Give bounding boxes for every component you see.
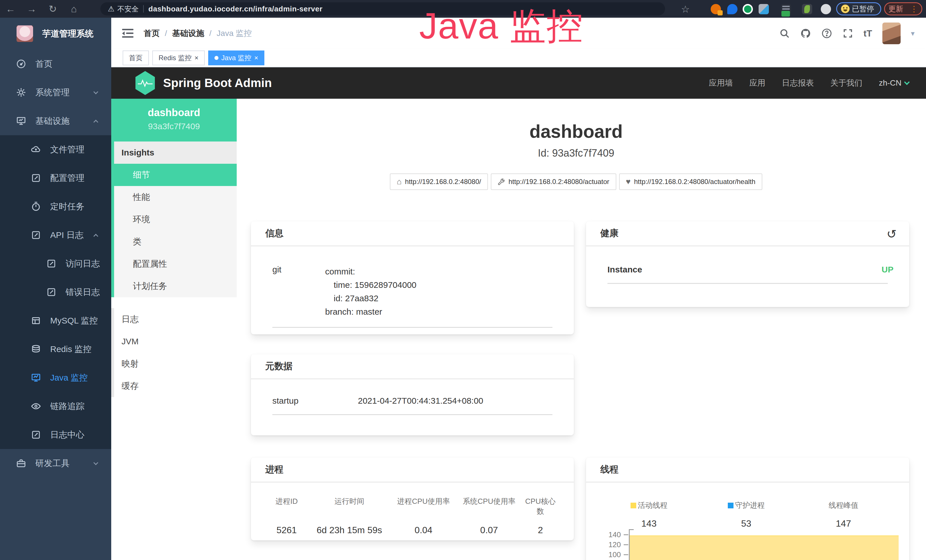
sba-nav-wallboard[interactable]: 应用墙 xyxy=(709,77,733,88)
daemon-threads-value: 53 xyxy=(698,518,795,529)
metadata-card-title: 元数据 xyxy=(251,354,574,380)
screen: ← → ↻ ⌂ ⚠ 不安全 dashboard.yudao.iocoder.cn… xyxy=(0,0,926,560)
sba-nav-journal[interactable]: 日志报表 xyxy=(782,77,814,88)
sidebar-item-mysql-monitor[interactable]: MySQL 监控 xyxy=(0,306,111,335)
legend-daemon-threads: 守护进程 53 xyxy=(698,500,795,529)
instance-header[interactable]: dashboard 93a3fc7f7409 xyxy=(111,99,237,141)
git-commit-lines: commit: time: 1596289704000 id: 27aa832 … xyxy=(325,265,416,318)
extension-icon-6[interactable] xyxy=(802,4,812,14)
service-url-button[interactable]: ⌂ http://192.168.0.2:48080/ xyxy=(390,173,488,190)
menu-item-caches[interactable]: 缓存 xyxy=(114,375,237,397)
sidebar-item-home[interactable]: 首页 xyxy=(0,50,111,78)
profile-emoji-icon xyxy=(841,5,850,13)
breadcrumb-home[interactable]: 首页 xyxy=(144,28,160,39)
instance-id: 93a3fc7f7409 xyxy=(111,121,237,131)
browser-menu-icon[interactable]: ⋮ xyxy=(910,4,918,14)
health-url-button[interactable]: ♥ http://192.168.0.2:48080/actuator/heal… xyxy=(619,173,762,190)
sidebar-item-scheduled-jobs[interactable]: 定时任务 xyxy=(0,192,111,221)
menu-item-metrics[interactable]: 性能 xyxy=(114,186,237,208)
sidebar-item-access-log[interactable]: 访问日志 xyxy=(0,249,111,278)
process-table-headers: 进程ID 运行时间 进程CPU使用率 系统CPU使用率 CPU核心数 xyxy=(265,496,562,516)
browser-reload-icon[interactable]: ↻ xyxy=(42,3,63,15)
user-menu-caret-icon[interactable]: ▾ xyxy=(911,29,915,38)
gauge-icon xyxy=(16,59,26,69)
sidebar-item-log-center[interactable]: 日志中心 xyxy=(0,421,111,449)
sidebar-item-file-manage[interactable]: 文件管理 xyxy=(0,135,111,164)
sba-nav-about[interactable]: 关于我们 xyxy=(831,77,862,88)
browser-home-icon[interactable]: ⌂ xyxy=(63,3,85,15)
fullscreen-icon[interactable] xyxy=(843,28,853,39)
history-icon[interactable]: ↺ xyxy=(887,227,897,241)
sba-logo-icon[interactable] xyxy=(135,71,156,95)
user-avatar[interactable] xyxy=(882,23,900,44)
page-subtitle: Id: 93a3fc7f7409 xyxy=(237,147,915,159)
menu-item-config-props[interactable]: 配置属性 xyxy=(114,253,237,275)
timer-icon xyxy=(31,201,41,212)
chevron-down-icon xyxy=(94,460,98,465)
sidebar-item-error-log[interactable]: 错误日志 xyxy=(0,278,111,306)
tag-redis-monitor[interactable]: Redis 监控 × xyxy=(152,50,205,65)
sidebar-item-config-manage[interactable]: 配置管理 xyxy=(0,164,111,192)
sba-nav: 应用墙 应用 日志报表 关于我们 zh-CN xyxy=(709,77,909,88)
app-logo-row[interactable]: 芋道管理系统 xyxy=(0,18,111,50)
process-cpu: 0.04 xyxy=(391,525,456,536)
menu-item-classes[interactable]: 类 xyxy=(114,230,237,253)
help-icon[interactable] xyxy=(822,28,832,39)
sba-locale-select[interactable]: zh-CN xyxy=(879,79,909,88)
threads-card: 线程 活动线程 143 守护进程 53 线程峰值 147 xyxy=(586,458,909,560)
extension-icon-2[interactable] xyxy=(727,4,737,14)
sidebar-collapse-icon[interactable] xyxy=(122,29,133,38)
breadcrumb-separator: / xyxy=(165,29,167,38)
sidebar-item-infra[interactable]: 基础设施 xyxy=(0,107,111,135)
close-icon[interactable]: × xyxy=(254,54,258,62)
browser-update-button[interactable]: 更新 ⋮ xyxy=(884,2,922,15)
tag-home[interactable]: 首页 xyxy=(123,50,149,65)
process-table-values: 5261 6d 23h 15m 59s 0.04 0.07 2 xyxy=(265,525,562,536)
breadcrumb-infra[interactable]: 基础设施 xyxy=(172,28,204,39)
menu-item-mappings[interactable]: 映射 xyxy=(114,353,237,375)
bookmark-star-icon[interactable]: ☆ xyxy=(681,3,690,15)
monitor-icon xyxy=(16,116,26,126)
eye-icon xyxy=(31,401,41,412)
extensions-puzzle-icon[interactable] xyxy=(821,4,831,14)
menu-item-environment[interactable]: 环境 xyxy=(114,208,237,230)
ytick-120: 120 xyxy=(600,540,621,549)
search-icon[interactable] xyxy=(779,28,790,39)
profile-paused-badge[interactable]: 已暂停 xyxy=(836,2,881,15)
menu-item-jvm[interactable]: JVM xyxy=(114,330,237,353)
sba-nav-applications[interactable]: 应用 xyxy=(749,77,766,88)
menu-item-scheduled-tasks[interactable]: 计划任务 xyxy=(114,275,237,297)
status-badge: UP xyxy=(882,265,893,274)
sidebar-item-dev-tools[interactable]: 研发工具 xyxy=(0,449,111,478)
browser-back-icon[interactable]: ← xyxy=(0,3,21,15)
extension-icon-3[interactable] xyxy=(743,4,753,14)
extension-icon-1[interactable] xyxy=(711,4,721,14)
tag-java-monitor[interactable]: Java 监控 × xyxy=(208,50,264,65)
not-secure-label[interactable]: 不安全 xyxy=(117,4,139,14)
sba-brand-title[interactable]: Spring Boot Admin xyxy=(163,76,272,90)
menu-item-details[interactable]: 细节 xyxy=(114,164,237,186)
tags-view-bar: 首页 Redis 监控 × Java 监控 × xyxy=(111,49,926,67)
browser-forward-icon[interactable]: → xyxy=(21,3,42,15)
health-instance-row: Instance UP xyxy=(607,265,893,274)
close-icon[interactable]: × xyxy=(195,54,198,62)
sidebar-item-api-log[interactable]: API 日志 xyxy=(0,221,111,249)
health-instance-label: Instance xyxy=(607,265,642,274)
metadata-card: 元数据 startup 2021-04-27T00:44:31.254+08:0… xyxy=(251,354,574,435)
sidebar-item-redis-monitor[interactable]: Redis 监控 xyxy=(0,335,111,363)
row-divider xyxy=(272,327,552,328)
sba-navbar: Spring Boot Admin 应用墙 应用 日志报表 关于我们 zh-CN xyxy=(111,67,926,99)
address-url[interactable]: dashboard.yudao.iocoder.cn/infra/admin-s… xyxy=(148,5,322,14)
sidebar-item-system[interactable]: 系统管理 xyxy=(0,78,111,107)
menu-item-logs[interactable]: 日志 xyxy=(114,308,237,330)
chart-y-axis xyxy=(629,529,630,560)
actuator-url-button[interactable]: http://192.168.0.2:48080/actuator xyxy=(491,173,616,190)
sidebar-item-tracing[interactable]: 链路追踪 xyxy=(0,392,111,421)
text-size-icon[interactable]: tT xyxy=(864,28,872,39)
extension-icon-5[interactable] xyxy=(781,4,791,14)
app-sidebar: 芋道管理系统 首页 系统管理 基础设施 文件管理 配置管理 定时任务 xyxy=(0,18,111,560)
home-icon: ⌂ xyxy=(397,177,401,186)
sidebar-item-java-monitor[interactable]: Java 监控 xyxy=(0,363,111,392)
github-icon[interactable] xyxy=(800,28,811,39)
extension-icon-4[interactable] xyxy=(759,4,769,14)
